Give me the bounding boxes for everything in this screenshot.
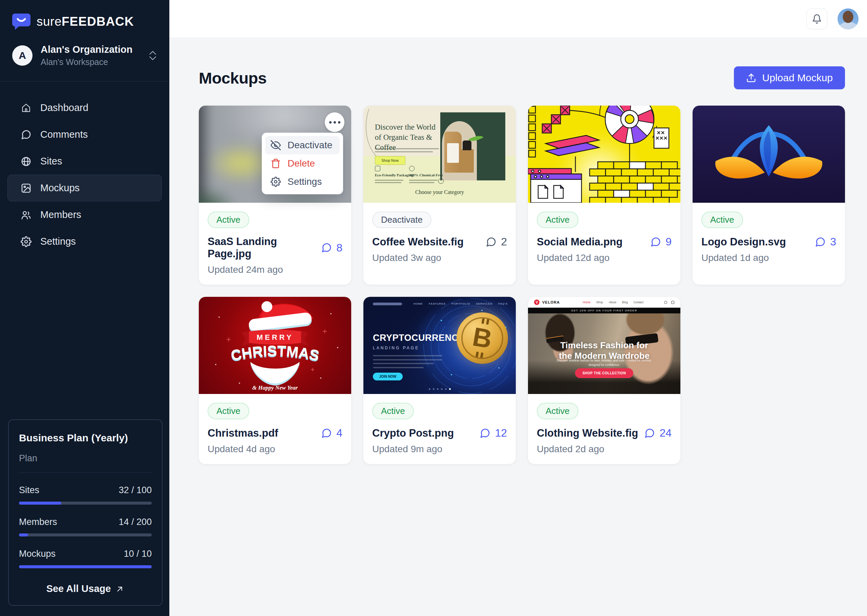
user-avatar[interactable] [837, 8, 859, 30]
sidebar-item-label: Members [40, 209, 81, 220]
card-body: Deactivate Coffee Website.fig 2 Updated … [363, 203, 516, 273]
chevron-up-down-icon[interactable] [148, 50, 157, 61]
clothing-nav-item: About [609, 300, 616, 304]
comments-count-value: 9 [666, 236, 672, 248]
clothing-nav-item: Shop [596, 300, 603, 304]
mockup-card-saas-landing-page[interactable]: Deactivate Delete Settings [199, 105, 351, 284]
coffee-grinder [460, 149, 474, 173]
text-line [373, 367, 424, 368]
coffee-shop-now-button: Shop Now [375, 156, 405, 165]
comments-count[interactable]: 2 [486, 236, 507, 248]
status-badge: Active [372, 403, 414, 420]
mockup-card-social-media[interactable]: Active Social Media.png 9 Updated 12d ag… [528, 105, 680, 284]
mockup-thumbnail[interactable]: HOME FEATURES PORTFOLIO SERVICES FAQ'S C… [363, 297, 516, 394]
status-badge: Active [208, 403, 249, 420]
card-context-menu: Deactivate Delete Settings [262, 133, 343, 194]
sidebar-item-members[interactable]: Members [8, 201, 162, 228]
sidebar-item-label: Sites [40, 156, 62, 167]
menu-item-deactivate[interactable]: Deactivate [265, 136, 340, 154]
status-badge: Active [537, 403, 579, 420]
coffee-feature-label: 100% Chemical-Free [409, 173, 450, 178]
usage-bar-sites [19, 501, 152, 504]
text-line [373, 363, 434, 364]
sidebar-item-label: Dashboard [40, 102, 88, 113]
sidebar-item-sites[interactable]: Sites [8, 148, 162, 174]
notifications-button[interactable] [806, 8, 828, 30]
app-window: sureFEEDBACK A Alan's Organization Alan'… [0, 0, 867, 616]
comments-count[interactable]: 3 [815, 236, 836, 248]
comments-count[interactable]: 4 [321, 427, 342, 439]
sidebar-item-label: Mockups [40, 182, 80, 193]
org-switcher[interactable]: A Alan's Organization Alan's Workspace [12, 44, 157, 67]
comments-count-value: 4 [336, 427, 342, 439]
card-body: Active Crypto Post.png 12 Updated 9m ago [363, 394, 516, 464]
coffee-thumb-heading: Discover the World of Organic Teas & Cof… [375, 122, 444, 152]
status-badge: Active [702, 212, 743, 228]
mockup-card-clothing-website[interactable]: V VELORA Home Shop About Blog Contact [528, 297, 680, 464]
card-body: Active Logo Design.svg 3 Updated 1d ago [692, 203, 845, 273]
comments-count[interactable]: 12 [480, 427, 507, 439]
mockup-card-logo-design[interactable]: Active Logo Design.svg 3 Updated 1d ago [692, 105, 845, 284]
mockup-card-christmas[interactable]: MERRY CHRISTMAS CHRISTMAS & Happy New Ye… [199, 297, 351, 464]
package-icon [375, 166, 380, 171]
upload-mockup-button[interactable]: Upload Mockup [734, 66, 845, 90]
menu-item-label: Settings [288, 176, 322, 187]
sidebar-item-comments[interactable]: Comments [8, 121, 162, 148]
menu-item-label: Delete [288, 158, 315, 169]
crypto-thumb-nav-links: HOME FEATURES PORTFOLIO SERVICES FAQ'S [414, 302, 508, 305]
updated-timestamp: Updated 12d ago [537, 253, 672, 263]
usage-bar-members [19, 533, 152, 536]
crypto-thumb-heading: CRYPTOCURRENCY [373, 333, 465, 343]
menu-item-settings[interactable]: Settings [265, 173, 340, 191]
usage-value: 10 / 10 [124, 548, 152, 559]
badge-icon [409, 166, 415, 171]
updated-timestamp: Updated 1d ago [702, 253, 836, 263]
comments-count[interactable]: 9 [650, 236, 672, 248]
content: Mockups Upload Mockup [169, 38, 867, 464]
comments-count[interactable]: 8 [321, 242, 342, 254]
comments-count-value: 2 [501, 236, 507, 248]
status-badge: Active [208, 212, 249, 228]
usage-bar-mockups [19, 565, 152, 568]
mockup-file-name: Clothing Website.fig [537, 427, 638, 439]
usage-bar-fill [19, 533, 28, 536]
arrow-up-right-icon [115, 585, 124, 593]
gear-icon [271, 177, 281, 187]
sidebar-item-dashboard[interactable]: Dashboard [8, 94, 162, 121]
see-all-usage-link[interactable]: See All Usage [19, 583, 152, 594]
plan-title: Business Plan (Yearly) [19, 432, 152, 444]
usage-row-sites: Sites 32 / 100 [19, 485, 152, 495]
mockup-thumbnail[interactable] [692, 105, 845, 203]
comment-bubble-icon [321, 428, 332, 438]
mockup-thumbnail[interactable]: Discover the World of Organic Teas & Cof… [363, 105, 516, 203]
menu-item-delete[interactable]: Delete [265, 154, 340, 173]
comments-count-value: 8 [336, 242, 342, 254]
coffee-thumb-footer: Choose your Category [363, 189, 516, 195]
card-more-options-button[interactable] [325, 112, 345, 132]
lotus-logo-illustration [692, 105, 845, 203]
status-badge: Active [537, 212, 579, 228]
text-line [373, 359, 442, 360]
mockup-thumbnail[interactable]: V VELORA Home Shop About Blog Contact [528, 297, 680, 394]
text-line [375, 180, 403, 181]
clothing-hero-photo: Timeless Fashion for the Modern Wardrobe… [528, 313, 680, 394]
updated-timestamp: Updated 2d ago [537, 444, 672, 454]
comment-bubble-icon [480, 428, 490, 438]
usage-bar-fill [19, 565, 152, 568]
crypto-thumb-subheading: LANDING PAGE [373, 346, 419, 350]
sidebar-item-mockups[interactable]: Mockups [8, 174, 162, 201]
mockup-thumbnail[interactable] [528, 105, 680, 203]
sidebar-item-settings[interactable]: Settings [8, 228, 162, 255]
clothing-nav-item: Home [583, 300, 591, 304]
comments-count[interactable]: 24 [644, 427, 672, 439]
text-line [375, 148, 439, 149]
mockup-card-coffee-website[interactable]: Discover the World of Organic Teas & Cof… [363, 105, 516, 284]
social-media-illustration [528, 105, 680, 203]
mockup-thumbnail[interactable]: MERRY CHRISTMAS CHRISTMAS & Happy New Ye… [199, 297, 351, 394]
mockup-file-name: Coffee Website.fig [372, 236, 464, 248]
christmas-footer-text: & Happy New Year [252, 385, 298, 391]
carousel-dots [363, 388, 516, 390]
brand-name-suffix: FEEDBACK [61, 14, 134, 28]
mockup-card-crypto-post[interactable]: HOME FEATURES PORTFOLIO SERVICES FAQ'S C… [363, 297, 516, 464]
usage-label: Mockups [19, 548, 55, 559]
